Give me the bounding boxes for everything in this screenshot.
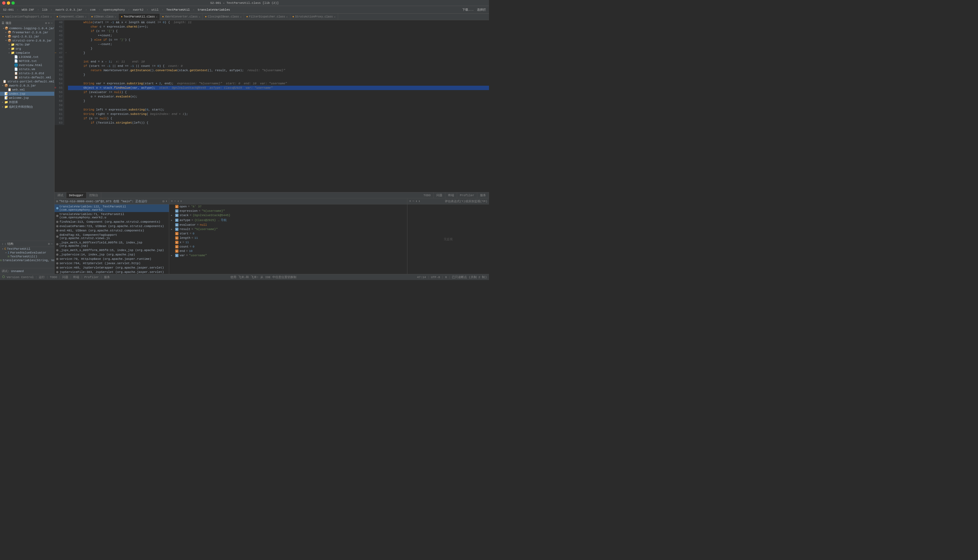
debug-tab-todo[interactable]: TODO (421, 192, 433, 198)
fold-61[interactable] (64, 112, 68, 116)
remove-watch-button[interactable]: − (412, 199, 415, 203)
fold-58[interactable] (64, 99, 68, 103)
debug-tab-debugger[interactable]: Debugger (66, 192, 87, 198)
stack-frame-4[interactable]: end:481, UIBean (org.apache.struts2.comp… (55, 228, 169, 233)
tab-uibean[interactable]: ● UIBean.class ✕ (89, 13, 119, 20)
watch-options-icon[interactable]: ⬆ (418, 200, 420, 203)
collapse-all-icon[interactable]: ⬆ (180, 200, 182, 203)
tree-item-web-xml[interactable]: 📋 web.xml (0, 88, 54, 92)
fold-62[interactable] (64, 116, 68, 121)
tree-item-commons-logging[interactable]: ▸ 📦 commons-logging-1.0.4.jar (0, 26, 54, 30)
tree-item-struts-vm[interactable]: 📄 struts.vm (0, 67, 54, 71)
fold-53[interactable] (64, 77, 68, 81)
add-watch-icon[interactable]: + (171, 199, 173, 203)
navigate-link[interactable]: 导航 (221, 218, 227, 222)
tree-item-ognl[interactable]: ▸ 📦 ognl-2.6.11.jar (0, 34, 54, 38)
debug-tab-console[interactable]: 控制台 (87, 192, 101, 198)
add-watch-button[interactable]: + (409, 199, 411, 203)
breadcrumb-method[interactable]: translateVariables (197, 8, 231, 12)
debug-tab-problems[interactable]: 问题 (433, 192, 445, 198)
tree-item-temp-files[interactable]: ▸ 📁 临时文件和控制台 (0, 105, 54, 109)
status-vcs[interactable]: Version Control (2, 275, 34, 279)
fold-44[interactable] (64, 38, 68, 42)
fold-48[interactable] (64, 55, 68, 60)
fold-49[interactable] (64, 60, 68, 64)
status-profiler[interactable]: Profiler (84, 276, 99, 279)
tab-xworkconverter[interactable]: ● XWorkConverter.class ✕ (160, 13, 203, 20)
expand-all-icon[interactable]: ⬇ (177, 200, 179, 203)
fold-41[interactable] (64, 25, 68, 29)
sidebar-tool-settings[interactable]: ⚙ (45, 21, 47, 25)
stack-frame-10[interactable]: service:764, HttpServlet (javax.servlet.… (55, 261, 169, 265)
structure-sort-alpha[interactable]: ↕ (2, 242, 3, 246)
status-services[interactable]: 服务 (104, 275, 110, 279)
structure-minus[interactable]: − (51, 242, 53, 246)
fold-42[interactable] (64, 29, 68, 33)
select-label[interactable]: 选择拦 (476, 8, 487, 12)
tab-strutsactionproxy[interactable]: ● StrutsActionProxy.class ✕ (290, 13, 338, 20)
project-root[interactable]: S2-001 (2, 8, 15, 12)
var-length[interactable]: i length = 11 (169, 236, 407, 240)
fold-43[interactable] (64, 33, 68, 38)
filter-icon[interactable]: ⊟ (163, 200, 165, 203)
fold-52[interactable] (64, 73, 68, 77)
breadcrumb-opensymphony[interactable]: opensymphony (103, 8, 126, 12)
remove-watch-icon[interactable]: − (174, 199, 176, 203)
fold-57[interactable] (64, 95, 68, 99)
fold-54[interactable] (64, 81, 68, 86)
var-x[interactable]: i x = 11 (169, 240, 407, 245)
stack-frame-8[interactable]: _jspService:14, index_jsp (org.apache.js… (55, 252, 169, 257)
structure-constructor[interactable]: m TextParseUtil() (0, 255, 54, 258)
structure-sort-type[interactable]: ↕ (5, 242, 7, 246)
stack-frame-7[interactable]: _jspx_meth_s_005fform_005f0:15, index_js… (55, 248, 169, 252)
code-area[interactable]: 40 while(start != -1 && x < length && co… (55, 20, 489, 192)
watch-expand-icon[interactable]: ⬇ (416, 200, 418, 203)
tab-component[interactable]: ● Component.class ✕ (54, 13, 89, 20)
status-run[interactable]: 运行 (39, 275, 45, 279)
expand-icon[interactable]: ⬇ (165, 200, 167, 203)
tab-close-icon[interactable]: ✕ (156, 15, 157, 18)
var-count[interactable]: i count = 0 (169, 245, 407, 249)
fold-47[interactable]: ▾ (64, 51, 68, 55)
var-evaluator[interactable]: o evaluator = null (169, 223, 407, 227)
debug-tab-profiler[interactable]: Profiler (457, 192, 477, 198)
status-terminal[interactable]: 终端 (73, 275, 79, 279)
tab-textparseutil[interactable]: ● TextParseUtil.class ✕ (119, 13, 160, 20)
fold-60[interactable] (64, 108, 68, 112)
tree-item-freemarker[interactable]: ▸ 📦 freemarker-2.3.8.jar (0, 30, 54, 34)
tree-item-struts-default-xml[interactable]: 📋 struts-default.xml (0, 75, 54, 79)
debug-session-name[interactable]: Unnamed (11, 270, 24, 273)
tree-item-notice[interactable]: 📄 NOTICE.txt (0, 59, 54, 63)
tab-close-icon[interactable]: ✕ (115, 15, 116, 18)
tab-component-tag-support[interactable]: ● ApplicationTagSupport.class ✕ (0, 13, 54, 20)
breadcrumb-jar[interactable]: xwork-2.0.3.jar (54, 8, 83, 12)
fold-40[interactable] (64, 20, 68, 25)
tree-item-external-libs[interactable]: ▸ 📁 外部库 (0, 100, 54, 105)
tree-item-meta-inf[interactable]: ▸ 📁 META-INF (0, 43, 54, 47)
structure-textparseutil[interactable]: ▾ C TextParseUtil (0, 247, 54, 251)
stack-frame-0[interactable]: translateVariables:122, TextParseUtil (c… (55, 204, 169, 212)
stack-frame-1[interactable]: translateVariables:71, TextParseUtil (co… (55, 212, 169, 220)
breadcrumb-class[interactable]: TextParseUtil (166, 8, 191, 12)
breadcrumb-lib[interactable]: lib (41, 8, 48, 12)
status-problems[interactable]: 问题 (62, 275, 68, 279)
stack-frame-2[interactable]: findValue:313, Component (org.apache.str… (55, 220, 169, 224)
tree-item-overview[interactable]: 🌐 overview.html (0, 63, 54, 67)
tab-close-icon[interactable]: ✕ (199, 15, 200, 18)
tab-close-icon[interactable]: ✕ (286, 15, 288, 18)
debug-tab-services[interactable]: 服务 (477, 192, 489, 198)
minimize-button[interactable] (7, 2, 10, 5)
sidebar-tool-collapse[interactable]: ≡ (48, 22, 50, 25)
tree-item-struts-dtd[interactable]: 📋 struts-2.0.dtd (0, 71, 54, 75)
breadcrumb-util[interactable]: util (151, 8, 159, 12)
fold-46[interactable] (64, 47, 68, 51)
fold-50[interactable] (64, 64, 68, 68)
fold-51[interactable] (64, 68, 68, 73)
fold-55[interactable] (64, 86, 68, 90)
tab-close-icon[interactable]: ✕ (85, 15, 87, 18)
var-start[interactable]: i start = 0 (169, 232, 407, 236)
breadcrumb-xwork2[interactable]: xwork2 (132, 8, 144, 12)
var-astype[interactable]: ▸ o asType = {Class@2925} … 导航 (169, 218, 407, 223)
tree-item-xwork[interactable]: ▾ 📦 xwork-2.0.3.jar (0, 83, 54, 88)
breadcrumb-webinf[interactable]: WEB-INF (21, 8, 35, 12)
